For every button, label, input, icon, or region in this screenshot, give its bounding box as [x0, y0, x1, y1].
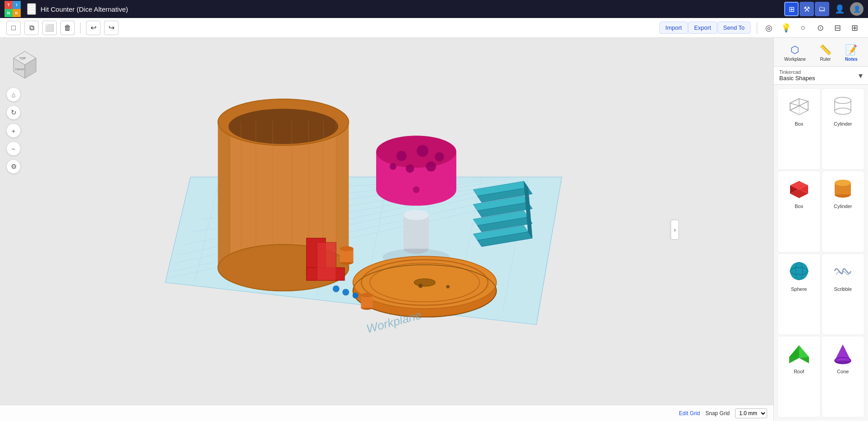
project-title: Hit Counter (Dice Alternative)	[41, 5, 780, 13]
tinkercad-label: Tinkercad	[779, 69, 815, 75]
svg-point-52	[413, 186, 420, 193]
svg-point-47	[417, 145, 428, 157]
toolbar-right-area: Import Export Send To ◎ 💡 ○ ⊙ ⊟ ⊞	[658, 21, 862, 35]
ruler-tool[interactable]: 📏 Ruler	[816, 42, 835, 63]
cylinder-wire-icon	[829, 92, 856, 119]
user-button[interactable]: 👤	[833, 2, 846, 16]
tools-button[interactable]: ⚒	[800, 2, 814, 16]
canvas-area[interactable]: TOP FRONT ⌂ ↻ + − ⚙	[0, 38, 773, 421]
box-solid-label: Box	[795, 204, 803, 209]
camera-button[interactable]: ◎	[762, 21, 776, 35]
box-wire-icon	[786, 92, 813, 119]
right-panel: ⬡ Workplane 📏 Ruler 📝 Notes Tinkercad Ba…	[773, 38, 868, 421]
panel-collapse-button[interactable]: ›	[671, 220, 679, 240]
top-bar-right: ⊞ ⚒ 🗂 👤 👤	[784, 2, 863, 16]
menu-button[interactable]: ☰	[27, 3, 36, 15]
separator	[80, 23, 81, 33]
ruler-icon: 📏	[819, 44, 832, 56]
avatar: 👤	[850, 2, 863, 16]
cylinder-solid-icon	[829, 175, 856, 202]
align-button[interactable]: ⊟	[830, 21, 845, 35]
svg-point-51	[390, 163, 396, 170]
svg-point-92	[835, 108, 851, 114]
snap-grid-select[interactable]: 1.0 mm 0.5 mm 2.0 mm	[735, 408, 767, 418]
roof-icon	[786, 340, 813, 367]
shape-cone[interactable]: Cone	[822, 336, 865, 417]
shape-roof[interactable]: Roof	[777, 336, 821, 417]
logo-k: K	[13, 9, 21, 17]
scribble-icon	[829, 258, 856, 285]
paste-button[interactable]: ⬜	[42, 21, 57, 35]
svg-rect-28	[336, 122, 349, 267]
scene-3d: Workplane	[0, 38, 773, 405]
logo[interactable]: T I N K	[5, 1, 21, 17]
logo-t: T	[5, 1, 13, 9]
ruler-label: Ruler	[820, 57, 831, 62]
undo-button[interactable]: ↩	[86, 21, 100, 35]
shapes-dropdown-title: Basic Shapes	[779, 75, 815, 81]
box-solid-icon	[786, 175, 813, 202]
workplane-tool[interactable]: ⬡ Workplane	[781, 42, 809, 63]
action-buttons: Import Export Send To	[658, 22, 752, 34]
sphere-solid-label: Sphere	[791, 286, 807, 292]
svg-point-46	[396, 151, 406, 161]
import-button[interactable]: Import	[659, 22, 688, 34]
shape-scribble[interactable]: Scribble	[822, 254, 865, 335]
shape-box-solid[interactable]: Box	[777, 171, 821, 252]
projects-button[interactable]: 🗂	[815, 2, 829, 16]
svg-point-81	[342, 289, 349, 295]
shapes-dropdown-row[interactable]: Tinkercad Basic Shapes ▾	[774, 67, 868, 85]
svg-point-101	[835, 180, 851, 186]
circle2-button[interactable]: ⊙	[813, 21, 827, 35]
svg-point-80	[333, 285, 340, 292]
svg-marker-106	[799, 345, 809, 358]
svg-point-30	[228, 109, 338, 144]
cylinder-solid-label: Cylinder	[834, 204, 852, 209]
svg-point-50	[426, 161, 436, 171]
light-button[interactable]: 💡	[779, 21, 793, 35]
svg-marker-86	[799, 101, 808, 110]
svg-marker-107	[789, 345, 799, 358]
cone-label: Cone	[837, 369, 849, 374]
svg-point-58	[414, 279, 435, 286]
top-bar: T I N K ☰ Hit Counter (Dice Alternative)…	[0, 0, 868, 18]
send-to-button[interactable]: Send To	[718, 22, 750, 34]
new-button[interactable]: □	[6, 21, 21, 35]
svg-point-82	[353, 293, 359, 299]
shape-sphere-solid[interactable]: Sphere	[777, 254, 821, 335]
redo-button[interactable]: ↪	[104, 21, 118, 35]
shape-cylinder-solid[interactable]: Cylinder	[822, 171, 865, 252]
delete-button[interactable]: 🗑	[60, 21, 75, 35]
workplane-icon: ⬡	[791, 44, 799, 56]
cylinder-wire-label: Cylinder	[834, 121, 852, 127]
notes-icon: 📝	[845, 44, 857, 56]
circle-button[interactable]: ○	[796, 21, 810, 35]
shapes-grid: Box Cylinder	[774, 85, 868, 421]
separator2	[757, 23, 757, 33]
logo-n: N	[5, 9, 13, 17]
copy-button[interactable]: ⧉	[24, 21, 39, 35]
svg-point-42	[404, 210, 429, 220]
roof-label: Roof	[794, 369, 804, 374]
svg-point-48	[435, 152, 444, 162]
svg-rect-73	[317, 242, 336, 280]
shape-cylinder-wire[interactable]: Cylinder	[822, 88, 865, 170]
scribble-label: Scribble	[834, 286, 852, 292]
notes-tool[interactable]: 📝 Notes	[841, 42, 861, 63]
chevron-down-icon: ▾	[859, 71, 863, 81]
bottom-bar: Edit Grid Snap Grid 1.0 mm 0.5 mm 2.0 mm	[0, 405, 773, 421]
edit-grid-button[interactable]: Edit Grid	[679, 410, 700, 416]
svg-point-45	[376, 136, 456, 167]
export-button[interactable]: Export	[688, 22, 717, 34]
toolbar: □ ⧉ ⬜ 🗑 ↩ ↪ Import Export Send To ◎ 💡 ○ …	[0, 18, 868, 38]
mirror-button[interactable]: ⊞	[847, 21, 862, 35]
svg-point-102	[790, 262, 808, 280]
panel-tools: ⬡ Workplane 📏 Ruler 📝 Notes	[774, 38, 868, 67]
shape-box-wire[interactable]: Box	[777, 88, 821, 170]
svg-point-76	[340, 246, 354, 251]
box-wire-label: Box	[795, 121, 803, 127]
notes-label: Notes	[845, 57, 858, 62]
grid-view-button[interactable]: ⊞	[784, 2, 799, 16]
cone-icon	[829, 340, 856, 367]
logo-i: I	[13, 1, 21, 9]
